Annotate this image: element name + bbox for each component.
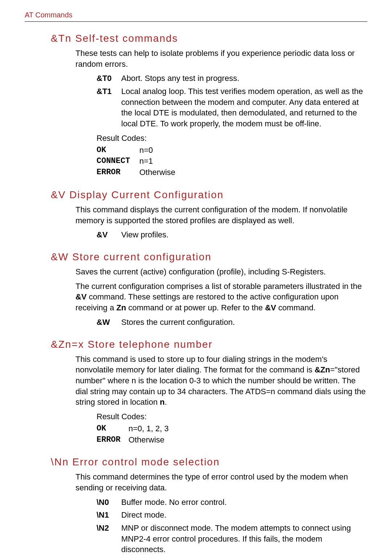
- tn-result-2: ERROR Otherwise: [97, 167, 367, 178]
- nn-term-2: \N2: [97, 523, 121, 555]
- nn-item-0: \N0 Buffer mode. No error control.: [97, 497, 367, 508]
- w-p2-end: command.: [276, 303, 316, 312]
- zn-result-label: Result Codes:: [97, 411, 367, 423]
- tn-desc-1: Local analog loop. This test verifies mo…: [121, 86, 367, 129]
- zn-result-val-1: Otherwise: [128, 434, 164, 446]
- w-para2: The current configuration comprises a li…: [75, 281, 367, 313]
- zn-result-code-0: OK: [97, 423, 128, 434]
- zn-result-val-0: n=0, 1, 2, 3: [128, 423, 169, 434]
- tn-result-val-2: Otherwise: [139, 167, 175, 178]
- tn-desc-0: Abort. Stops any test in progress.: [121, 73, 367, 84]
- nn-item-2: \N2 MNP or disconnect mode. The modem at…: [97, 523, 367, 555]
- nn-term-0: \N0: [97, 497, 121, 508]
- heading-w: &W Store current configuration: [51, 251, 367, 263]
- heading-zn: &Zn=x Store telephone number: [51, 339, 367, 350]
- nn-desc-2: MNP or disconnect mode. The modem attemp…: [121, 523, 367, 555]
- page: AT Commands &Tn Self-test commands These…: [0, 0, 392, 555]
- heading-tn: &Tn Self-test commands: [51, 33, 367, 44]
- tn-item-1: &T1 Local analog loop. This test verifie…: [97, 86, 367, 129]
- zn-result-1: ERROR Otherwise: [97, 434, 367, 446]
- zn-p-b1: &Zn: [315, 365, 330, 374]
- w-p2-b3: &V: [265, 303, 276, 312]
- zn-p-pre: This command is used to store up to four…: [75, 355, 327, 375]
- v-intro: This command displays the current config…: [75, 204, 367, 226]
- w-p2-b2: Zn: [117, 303, 126, 312]
- tn-term-1: &T1: [97, 86, 121, 129]
- w-p2-b1: &V: [75, 292, 87, 301]
- heading-nn: \Nn Error control mode selection: [51, 456, 367, 468]
- tn-result-val-0: n=0: [139, 145, 153, 156]
- v-desc-0: View profiles.: [121, 229, 367, 240]
- zn-result-code-1: ERROR: [97, 434, 128, 446]
- nn-item-1: \N1 Direct mode.: [97, 510, 367, 521]
- tn-result-label: Result Codes:: [97, 133, 367, 144]
- page-header: AT Commands: [25, 11, 367, 22]
- tn-term-0: &T0: [97, 73, 121, 84]
- tn-result-0: OK n=0: [97, 145, 367, 156]
- tn-result-code-0: OK: [97, 145, 139, 156]
- v-term-0: &V: [97, 229, 121, 240]
- zn-p-b2: n: [160, 397, 164, 407]
- w-p2-mid2: command or at power up. Refer to the: [126, 303, 265, 312]
- header-title: AT Commands: [25, 11, 73, 19]
- tn-result-1: CONNECT n=1: [97, 156, 367, 167]
- w-term-0: &W: [97, 317, 121, 328]
- zn-result-0: OK n=0, 1, 2, 3: [97, 423, 367, 434]
- nn-term-1: \N1: [97, 510, 121, 521]
- tn-item-0: &T0 Abort. Stops any test in progress.: [97, 73, 367, 84]
- nn-desc-1: Direct mode.: [121, 510, 367, 521]
- v-item-0: &V View profiles.: [97, 229, 367, 240]
- nn-intro: This command determines the type of erro…: [75, 472, 367, 493]
- w-item-0: &W Stores the current configuration.: [97, 317, 367, 328]
- tn-results: Result Codes: OK n=0 CONNECT n=1 ERROR O…: [97, 133, 367, 178]
- heading-v: &V Display Current Configuration: [51, 189, 367, 201]
- tn-result-code-2: ERROR: [97, 167, 139, 178]
- tn-result-code-1: CONNECT: [97, 156, 139, 167]
- zn-p-end: .: [165, 397, 167, 407]
- tn-result-val-1: n=1: [139, 156, 153, 167]
- tn-intro: These tests can help to isolate problems…: [75, 48, 367, 69]
- nn-desc-0: Buffer mode. No error control.: [121, 497, 367, 508]
- w-intro: Saves the current (active) configuration…: [75, 266, 367, 277]
- zn-results: Result Codes: OK n=0, 1, 2, 3 ERROR Othe…: [97, 411, 367, 445]
- zn-para: This command is used to store up to four…: [75, 354, 367, 408]
- w-p2-pre: The current configuration comprises a li…: [75, 282, 362, 291]
- w-desc-0: Stores the current configuration.: [121, 317, 367, 328]
